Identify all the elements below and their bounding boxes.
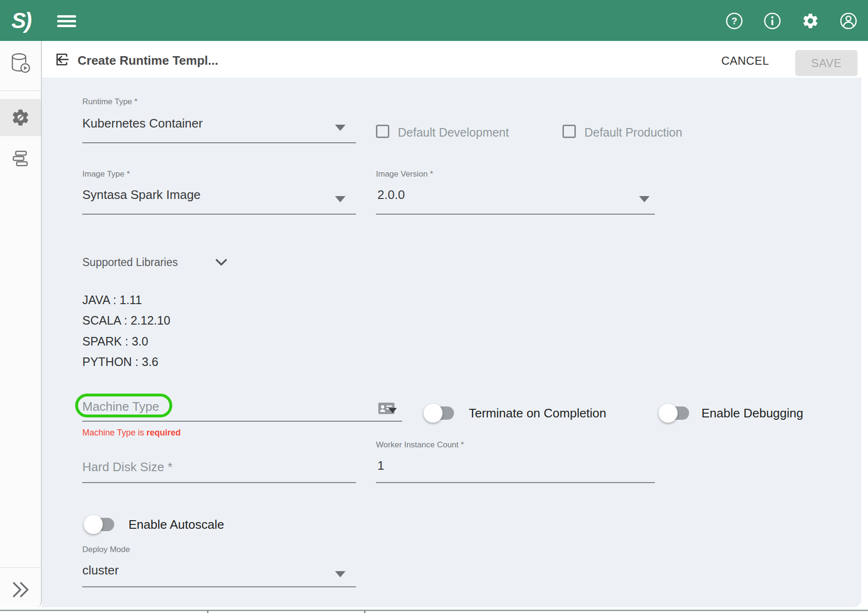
worker-count-underline xyxy=(376,482,655,483)
image-type-label: Image Type * xyxy=(82,170,130,178)
terminate-on-completion-label[interactable]: Terminate on Completion xyxy=(469,407,606,419)
syntasa-logo: S) xyxy=(11,8,30,33)
chevron-down-icon[interactable] xyxy=(335,125,345,131)
chevron-down-icon[interactable] xyxy=(335,196,345,202)
app-window: Runtime Type * Kubernetes Container Defa… xyxy=(0,0,868,613)
hard-disk-underline xyxy=(82,482,356,483)
runtime-template-form: Runtime Type * Kubernetes Container Defa… xyxy=(42,78,861,607)
library-java: JAVA : 1.11 xyxy=(82,294,142,306)
menu-icon[interactable] xyxy=(57,15,76,27)
machine-type-underline xyxy=(82,421,402,422)
chevron-down-icon[interactable] xyxy=(639,196,650,202)
sidebar-divider xyxy=(0,567,41,568)
chevron-down-icon[interactable] xyxy=(335,571,345,577)
page-title: Create Runtime Templ... xyxy=(78,53,218,68)
help-icon[interactable]: ? xyxy=(725,12,743,30)
table-column-divider xyxy=(364,610,365,613)
machine-type-input[interactable]: Machine Type xyxy=(82,400,159,413)
terminate-on-completion-toggle[interactable] xyxy=(425,406,454,420)
image-type-underline xyxy=(82,214,356,215)
image-type-value[interactable]: Syntasa Spark Image xyxy=(82,188,201,201)
account-icon[interactable] xyxy=(839,12,858,30)
worker-instance-count-label: Worker Instance Count * xyxy=(376,441,464,449)
default-development-label[interactable]: Default Development xyxy=(398,127,509,138)
enable-debugging-toggle[interactable] xyxy=(661,406,689,420)
app-header: S) ? xyxy=(0,0,868,41)
enable-autoscale-toggle[interactable] xyxy=(86,518,114,531)
enable-autoscale-label[interactable]: Enable Autoscale xyxy=(128,518,224,531)
back-icon[interactable] xyxy=(54,51,70,68)
runtime-type-label: Runtime Type * xyxy=(82,98,138,106)
settings-icon[interactable] xyxy=(801,12,819,30)
image-version-value[interactable]: 2.0.0 xyxy=(377,188,405,201)
deploy-mode-value[interactable]: cluster xyxy=(82,564,119,576)
double-chevron-right-icon xyxy=(11,581,30,599)
sidebar xyxy=(0,41,42,607)
hard-disk-size-input[interactable]: Hard Disk Size * xyxy=(82,461,172,473)
runtime-type-value[interactable]: Kubernetes Container xyxy=(82,117,203,129)
database-run-icon xyxy=(10,51,31,75)
deploy-mode-underline xyxy=(82,586,356,587)
deploy-mode-label: Deploy Mode xyxy=(82,545,130,554)
contact-autocomplete-icon[interactable] xyxy=(378,402,397,415)
supported-libraries-header[interactable]: Supported Libraries xyxy=(82,257,178,268)
library-spark: SPARK : 3.0 xyxy=(82,336,148,347)
default-development-checkbox[interactable] xyxy=(376,125,389,138)
library-python: PYTHON : 3.6 xyxy=(82,356,158,368)
runtime-type-underline xyxy=(82,142,356,143)
enable-debugging-label[interactable]: Enable Debugging xyxy=(701,407,803,419)
form-toolbar: Create Runtime Templ... CANCEL SAVE xyxy=(42,41,868,78)
info-icon[interactable] xyxy=(763,12,781,30)
machine-type-error: Machine Type is required xyxy=(82,428,181,437)
content-below-divider xyxy=(0,610,868,611)
worker-instance-count-input[interactable]: 1 xyxy=(377,459,384,472)
chevron-down-icon[interactable] xyxy=(214,258,228,267)
cancel-button[interactable]: CANCEL xyxy=(721,54,769,68)
default-production-checkbox[interactable] xyxy=(562,125,576,138)
settings-wrench-icon xyxy=(10,108,30,128)
image-version-label: Image Version * xyxy=(376,170,433,178)
table-column-divider xyxy=(207,610,208,613)
save-button[interactable]: SAVE xyxy=(795,50,858,76)
image-version-underline xyxy=(376,214,655,215)
svg-text:?: ? xyxy=(731,16,737,26)
sidebar-item-datasets[interactable] xyxy=(0,47,41,80)
sidebar-item-processes[interactable] xyxy=(0,142,41,175)
sidebar-divider xyxy=(0,90,41,91)
default-production-label[interactable]: Default Production xyxy=(584,127,682,138)
stack-icon xyxy=(11,150,30,167)
sidebar-item-runtime-settings[interactable] xyxy=(0,99,41,136)
library-scala: SCALA : 2.12.10 xyxy=(82,315,170,326)
sidebar-expand-button[interactable] xyxy=(0,574,41,605)
